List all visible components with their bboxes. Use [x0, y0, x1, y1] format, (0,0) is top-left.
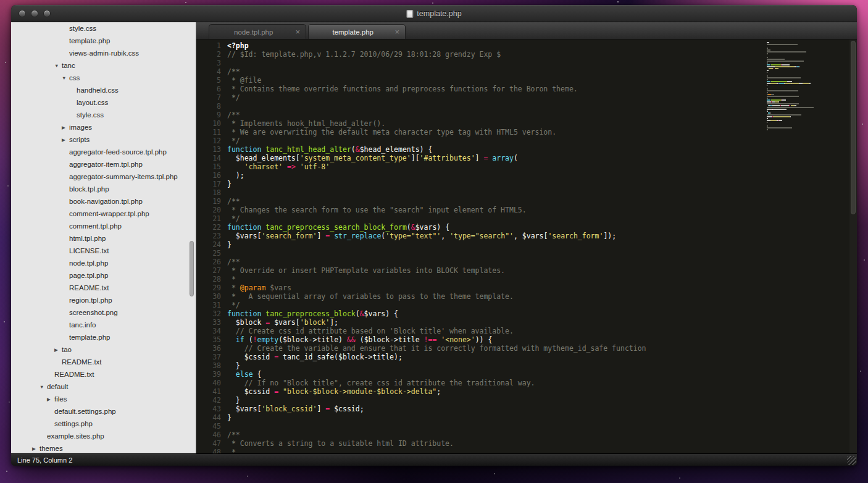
code-line-31[interactable]: */ [227, 301, 758, 309]
code-line-37[interactable]: $cssid = tanc_id_safe($block->title); [227, 353, 758, 361]
code-line-29[interactable]: * @param $vars [227, 284, 758, 292]
sidebar-scrollbar-thumb[interactable] [190, 241, 194, 296]
code-line-34[interactable]: // Create css id attribute based on 'Blo… [227, 327, 758, 335]
sidebar-item-scripts[interactable]: ▶scripts [11, 133, 196, 146]
code-line-14[interactable]: $head_elements['system_meta_content_type… [227, 154, 758, 162]
code-line-8[interactable] [227, 102, 758, 111]
code-line-4[interactable]: /** [227, 67, 758, 76]
code-line-30[interactable]: * A sequential array of variables to pas… [227, 292, 758, 301]
sidebar-item-region.tpl.php[interactable]: region.tpl.php [11, 294, 196, 306]
window-titlebar[interactable]: template.php [11, 5, 857, 22]
code-line-12[interactable]: */ [227, 136, 758, 145]
sidebar-item-README.txt[interactable]: README.txt [11, 368, 196, 380]
code-line-26[interactable]: /** [227, 258, 758, 266]
code-line-40[interactable]: // If no "Block title", create css id at… [227, 379, 758, 387]
sidebar-item-themes[interactable]: ▶themes [11, 442, 196, 453]
code-area[interactable]: <?php// $Id: template.php,v 1.1.2.7 2010… [227, 41, 758, 453]
code-line-39[interactable]: else { [227, 370, 758, 379]
code-line-33[interactable]: $block = $vars['block']; [227, 318, 758, 327]
sidebar-item-README.txt[interactable]: README.txt [11, 356, 196, 368]
disclosure-closed-icon[interactable]: ▶ [62, 122, 69, 134]
tab-node.tpl.php[interactable]: node.tpl.php× [209, 24, 306, 39]
sidebar-item-default.settings.php[interactable]: default.settings.php [11, 405, 196, 418]
code-line-25[interactable] [227, 249, 758, 258]
code-line-9[interactable]: /** [227, 111, 758, 119]
code-line-1[interactable]: <?php [227, 41, 758, 50]
sidebar-item-page.tpl.php[interactable]: page.tpl.php [11, 269, 196, 282]
code-line-27[interactable]: * Override or insert PHPTemplate variabl… [227, 266, 758, 275]
code-editor[interactable]: 1234567891011121314151617181920212223242… [196, 40, 857, 453]
sidebar-item-block.tpl.php[interactable]: block.tpl.php [11, 183, 196, 195]
code-line-35[interactable]: if (!empty($block->title) && ($block->ti… [227, 335, 758, 344]
sidebar-item-tanc.info[interactable]: tanc.info [11, 319, 196, 331]
minimap[interactable] [767, 42, 847, 131]
sidebar-item-aggregator-feed-source.tpl.php[interactable]: aggregator-feed-source.tpl.php [11, 146, 196, 158]
sidebar-item-settings.php[interactable]: settings.php [11, 418, 196, 430]
disclosure-closed-icon[interactable]: ▶ [32, 443, 40, 453]
code-line-20[interactable]: * Changes the search form to use the "se… [227, 206, 758, 214]
code-line-43[interactable]: $vars['block_cssid'] = $cssid; [227, 405, 758, 413]
sidebar-item-example.sites.php[interactable]: example.sites.php [11, 430, 196, 442]
disclosure-closed-icon[interactable]: ▶ [54, 344, 62, 356]
code-line-10[interactable]: * Implements hook_html_head_alter(). [227, 119, 758, 128]
disclosure-open-icon[interactable]: ▼ [40, 381, 47, 393]
sidebar-item-README.txt[interactable]: README.txt [11, 282, 196, 294]
code-line-28[interactable]: * [227, 275, 758, 284]
disclosure-closed-icon[interactable]: ▶ [62, 134, 69, 146]
code-line-36[interactable]: // Create the variable and ensure that i… [227, 344, 758, 353]
code-line-23[interactable]: $vars['search_form'] = str_replace('type… [227, 232, 758, 240]
code-line-45[interactable] [227, 422, 758, 430]
sidebar-item-css[interactable]: ▼css [11, 72, 196, 84]
code-line-48[interactable]: * [227, 448, 758, 453]
code-line-42[interactable]: } [227, 396, 758, 405]
line-number-gutter[interactable]: 1234567891011121314151617181920212223242… [196, 41, 221, 453]
sidebar-item-html.tpl.php[interactable]: html.tpl.php [11, 232, 196, 245]
sidebar-item-comment-wrapper.tpl.php[interactable]: comment-wrapper.tpl.php [11, 208, 196, 220]
sidebar-item-node.tpl.php[interactable]: node.tpl.php [11, 257, 196, 269]
code-line-22[interactable]: function tanc_preprocess_search_block_fo… [227, 223, 758, 232]
code-line-6[interactable]: * Contains theme override functions and … [227, 85, 758, 93]
tab-close-icon[interactable]: × [295, 28, 300, 36]
sidebar-item-template.php[interactable]: template.php [11, 35, 196, 47]
code-line-7[interactable]: */ [227, 93, 758, 102]
code-line-44[interactable]: } [227, 413, 758, 422]
disclosure-closed-icon[interactable]: ▶ [47, 393, 54, 406]
code-line-3[interactable] [227, 59, 758, 67]
sidebar-item-handheld.css[interactable]: handheld.css [11, 84, 196, 96]
sidebar-item-tanc[interactable]: ▼tanc [11, 59, 196, 72]
code-line-15[interactable]: 'charset' => 'utf-8' [227, 162, 758, 171]
code-line-47[interactable]: * Converts a string to a suitable html I… [227, 439, 758, 448]
sidebar-item-screenshot.png[interactable]: screenshot.png [11, 306, 196, 319]
sidebar-item-comment.tpl.php[interactable]: comment.tpl.php [11, 220, 196, 232]
code-line-41[interactable]: $cssid = "block-$block->module-$block->d… [227, 387, 758, 396]
sidebar-item-template.php[interactable]: template.php [11, 331, 196, 343]
editor-scrollbar[interactable] [849, 40, 857, 453]
disclosure-open-icon[interactable]: ▼ [62, 72, 69, 85]
close-button[interactable] [19, 10, 26, 17]
editor-scrollbar-thumb[interactable] [851, 41, 856, 214]
code-line-5[interactable]: * @file [227, 76, 758, 85]
code-line-11[interactable]: * We are overwriting the default meta ch… [227, 128, 758, 136]
code-line-46[interactable]: /** [227, 430, 758, 439]
code-line-19[interactable]: /** [227, 197, 758, 206]
sidebar-item-tao[interactable]: ▶tao [11, 343, 196, 356]
code-line-18[interactable] [227, 188, 758, 197]
sidebar-item-LICENSE.txt[interactable]: LICENSE.txt [11, 245, 196, 257]
code-line-13[interactable]: function tanc_html_head_alter(&$head_ele… [227, 145, 758, 154]
sidebar-item-style.css[interactable]: style.css [11, 109, 196, 121]
sidebar-item-style.css[interactable]: style.css [11, 22, 196, 35]
code-line-2[interactable]: // $Id: template.php,v 1.1.2.7 2010/06/2… [227, 50, 758, 59]
sidebar-item-layout.css[interactable]: layout.css [11, 96, 196, 109]
disclosure-open-icon[interactable]: ▼ [54, 60, 62, 72]
tab-template.php[interactable]: template.php× [308, 24, 406, 39]
code-line-32[interactable]: function tanc_preprocess_block(&$vars) { [227, 309, 758, 318]
zoom-button[interactable] [43, 10, 51, 17]
sidebar-item-default[interactable]: ▼default [11, 380, 196, 393]
sidebar-item-aggregator-summary-items.tpl.php[interactable]: aggregator-summary-items.tpl.php [11, 170, 196, 183]
sidebar-item-views-admin-rubik.css[interactable]: views-admin-rubik.css [11, 47, 196, 59]
sidebar-item-files[interactable]: ▶files [11, 393, 196, 405]
code-line-21[interactable]: */ [227, 214, 758, 223]
sidebar-item-aggregator-item.tpl.php[interactable]: aggregator-item.tpl.php [11, 158, 196, 170]
code-line-17[interactable]: } [227, 180, 758, 188]
sidebar-item-images[interactable]: ▶images [11, 121, 196, 133]
